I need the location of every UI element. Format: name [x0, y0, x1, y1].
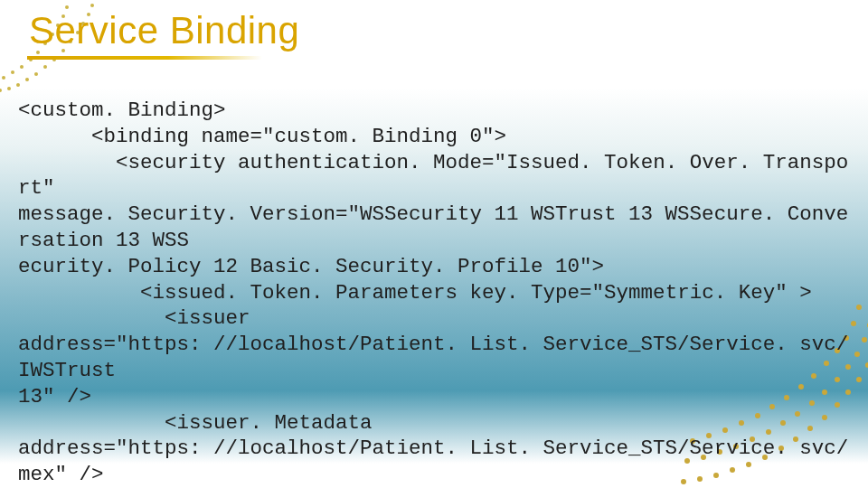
code-block: <custom. Binding> <binding name="custom.…: [18, 98, 852, 488]
code-line: <issuer: [18, 306, 250, 330]
code-line: <binding name="custom. Binding 0">: [18, 125, 506, 148]
code-line: <issuer. Metadata: [18, 411, 373, 435]
svg-point-5: [43, 65, 47, 69]
code-line: message. Security. Version="WSSecurity 1…: [18, 202, 848, 252]
svg-point-2: [16, 83, 20, 87]
code-line: ecurity. Policy 12 Basic. Security. Prof…: [18, 255, 604, 278]
code-line: <issued. Token. Parameters key. Type="Sy…: [18, 281, 812, 305]
code-line: <security authentication. Mode="Issued. …: [18, 151, 848, 201]
svg-point-1: [7, 87, 11, 90]
svg-point-16: [11, 70, 14, 74]
code-line: <custom. Binding>: [18, 99, 226, 122]
slide-title: Service Binding: [29, 9, 299, 52]
svg-point-4: [34, 72, 38, 76]
svg-point-17: [20, 65, 24, 69]
svg-point-47: [854, 352, 860, 357]
svg-point-0: [0, 89, 2, 92]
svg-point-31: [856, 377, 862, 382]
svg-point-12: [90, 4, 94, 7]
code-line: 13" />: [18, 385, 91, 408]
svg-point-15: [2, 76, 5, 80]
code-line: address="https: //localhost/Patient. Lis…: [18, 436, 848, 486]
slide: Service Binding <custom. Binding> <bindi…: [0, 0, 868, 488]
svg-point-60: [856, 305, 862, 310]
title-underline: [27, 56, 262, 60]
svg-point-46: [862, 337, 867, 343]
svg-point-3: [25, 78, 29, 81]
code-line: address="https: //localhost/Patient. Lis…: [18, 333, 848, 382]
